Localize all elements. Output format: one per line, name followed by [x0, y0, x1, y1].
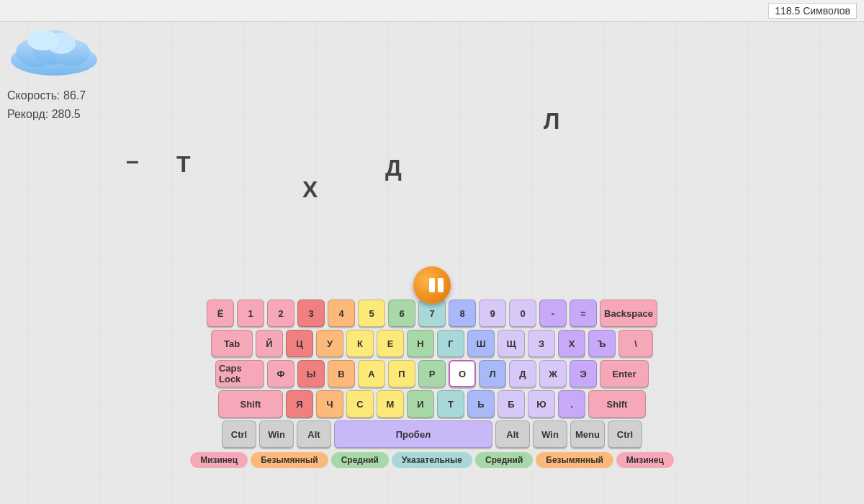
key-в[interactable]: В	[328, 360, 355, 387]
key-=[interactable]: =	[570, 300, 597, 327]
finger-labels-row: МизинецБезымянныйСреднийУказательныеСред…	[151, 452, 713, 468]
keyboard-area: Ё1234567890-=BackspaceTabЙЦУКЕНГШЩЗХЪ\Ca…	[151, 300, 713, 468]
svg-point-5	[27, 30, 59, 50]
key-а[interactable]: А	[358, 360, 385, 387]
key-row-4: CtrlWinAltПробелAltWinMenuCtrl	[151, 420, 713, 448]
finger-label-безымянный: Безымянный	[536, 452, 613, 468]
key-ц[interactable]: Ц	[286, 330, 313, 357]
key-0[interactable]: 0	[509, 300, 536, 327]
key-ь[interactable]: Ь	[467, 390, 495, 418]
finger-label-мизинец: Мизинец	[190, 452, 248, 468]
key-г[interactable]: Г	[437, 330, 464, 357]
score-display: 118.5 Символов	[768, 3, 857, 19]
key-ы[interactable]: Ы	[297, 360, 325, 387]
key-з[interactable]: З	[528, 330, 555, 357]
top-bar: 118.5 Символов	[0, 0, 864, 22]
key-9[interactable]: 9	[479, 300, 506, 327]
record-stat: Рекорд: 280.5	[7, 105, 86, 124]
key-д[interactable]: Д	[509, 360, 536, 387]
key-р[interactable]: Р	[418, 360, 446, 387]
key-enter[interactable]: Enter	[600, 360, 649, 387]
key-я[interactable]: Я	[286, 390, 313, 418]
key-щ[interactable]: Щ	[498, 330, 525, 357]
key-н[interactable]: Н	[407, 330, 434, 357]
key--[interactable]: -	[539, 300, 567, 327]
finger-label-мизинец: Мизинец	[616, 452, 674, 468]
key-3[interactable]: 3	[297, 300, 325, 327]
key-б[interactable]: Б	[498, 390, 525, 418]
key-п[interactable]: П	[388, 360, 415, 387]
key-row-1: TabЙЦУКЕНГШЩЗХЪ\	[151, 330, 713, 357]
pause-button[interactable]	[413, 266, 451, 304]
finger-label-безымянный: Безымянный	[251, 452, 328, 468]
key-\[interactable]: \	[618, 330, 653, 357]
key-2[interactable]: 2	[267, 300, 294, 327]
key-ж[interactable]: Ж	[539, 360, 567, 387]
key-х[interactable]: Х	[558, 330, 585, 357]
key-ъ[interactable]: Ъ	[588, 330, 616, 357]
key-ш[interactable]: Ш	[467, 330, 495, 357]
key-6[interactable]: 6	[388, 300, 415, 327]
key-tab[interactable]: Tab	[211, 330, 253, 357]
key-menu[interactable]: Menu	[570, 420, 605, 448]
key-row-2: Caps LockФЫВАПРОЛДЖЭEnter	[151, 360, 713, 387]
key-ё[interactable]: Ё	[207, 300, 234, 327]
key-1[interactable]: 1	[237, 300, 264, 327]
key-alt[interactable]: Alt	[297, 420, 331, 448]
key-4[interactable]: 4	[328, 300, 355, 327]
key-ctrl[interactable]: Ctrl	[608, 420, 642, 448]
key-row-3: ShiftЯЧСМИТЬБЮ.Shift	[151, 390, 713, 418]
key-ю[interactable]: Ю	[528, 390, 555, 418]
key-э[interactable]: Э	[570, 360, 597, 387]
falling-letter: Л	[544, 108, 559, 135]
key-.[interactable]: .	[558, 390, 585, 418]
key-shift[interactable]: Shift	[588, 390, 646, 418]
key-е[interactable]: Е	[377, 330, 404, 357]
falling-letter: Д	[385, 155, 402, 181]
key-8[interactable]: 8	[449, 300, 476, 327]
stats-panel: Скорость: 86.7 Рекорд: 280.5	[7, 86, 86, 123]
key-caps-lock[interactable]: Caps Lock	[215, 360, 264, 387]
key-и[interactable]: И	[407, 390, 434, 418]
key-м[interactable]: М	[377, 390, 404, 418]
key-shift[interactable]: Shift	[218, 390, 283, 418]
key-ф[interactable]: Ф	[267, 360, 294, 387]
cloud-decoration	[7, 20, 101, 78]
key-5[interactable]: 5	[358, 300, 385, 327]
key-пробел[interactable]: Пробел	[334, 420, 492, 448]
key-у[interactable]: У	[316, 330, 343, 357]
key-win[interactable]: Win	[533, 420, 567, 448]
key-т[interactable]: Т	[437, 390, 464, 418]
finger-label-средний: Средний	[331, 452, 389, 468]
key-win[interactable]: Win	[259, 420, 294, 448]
key-alt[interactable]: Alt	[495, 420, 530, 448]
falling-letter: –	[126, 148, 139, 174]
speed-stat: Скорость: 86.7	[7, 86, 86, 105]
key-backspace[interactable]: Backspace	[600, 300, 657, 327]
finger-label-указательные: Указательные	[392, 452, 472, 468]
key-к[interactable]: К	[346, 330, 374, 357]
key-й[interactable]: Й	[256, 330, 283, 357]
key-ctrl[interactable]: Ctrl	[222, 420, 256, 448]
key-ч[interactable]: Ч	[316, 390, 343, 418]
falling-letter: Х	[302, 176, 318, 203]
key-о[interactable]: О	[449, 360, 476, 387]
key-л[interactable]: Л	[479, 360, 506, 387]
finger-label-средний: Средний	[475, 452, 533, 468]
key-с[interactable]: С	[346, 390, 374, 418]
falling-letter: Т	[176, 151, 191, 178]
